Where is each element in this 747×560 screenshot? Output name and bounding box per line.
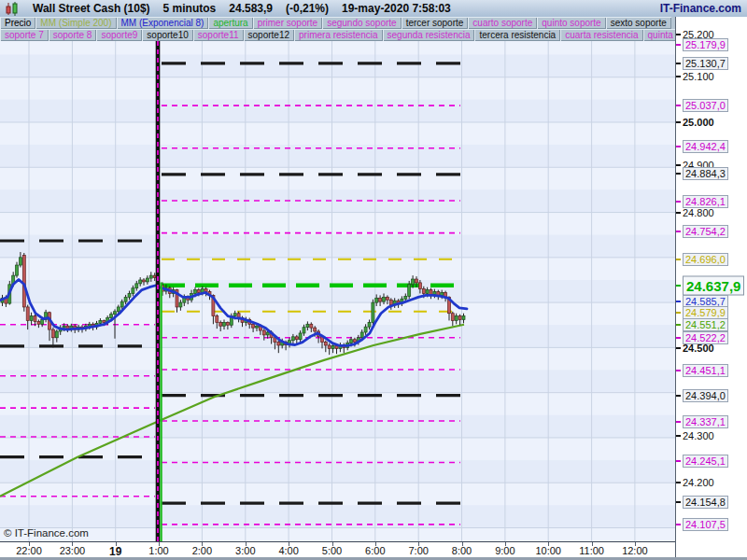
candle-body <box>310 324 313 328</box>
price-axis-tick <box>676 337 681 339</box>
price-axis-label: 24.500 <box>683 343 714 354</box>
time-axis-label: 9:00 <box>495 545 514 556</box>
price-axis-tick <box>676 285 681 287</box>
legend-level-item-4[interactable]: soporte11 <box>193 29 244 41</box>
legend-indicator-item-2[interactable]: MM (Exponencial 8) <box>117 17 209 29</box>
price-axis-label: 24.754,2 <box>683 225 728 238</box>
candle-body <box>132 288 134 294</box>
price-axis-tick <box>676 164 681 166</box>
price-axis-tick <box>676 34 681 35</box>
candle-body <box>51 329 54 338</box>
background-band <box>0 55 675 77</box>
datetime-label: 19-may-2020 7:58:03 <box>342 2 451 15</box>
legend-indicator-item-4[interactable]: primer soporte <box>253 17 322 29</box>
price-axis-tick <box>676 44 681 46</box>
candle-body <box>197 290 200 293</box>
legend-indicator-item-8[interactable]: quinto soporte <box>537 17 605 29</box>
price-axis-tick <box>676 421 681 423</box>
candle-body <box>22 255 25 307</box>
candle-body <box>135 284 138 288</box>
legend-level-item-9[interactable]: cuarta resistencia <box>560 29 642 41</box>
legend-level-item-10[interactable]: quinta resistencia <box>643 29 675 41</box>
legend-indicator-item-0[interactable]: Precio <box>0 17 35 29</box>
legend-level-item-6[interactable]: primera resistencia <box>294 29 382 41</box>
price-axis-tick <box>676 173 681 175</box>
time-axis-label: 3:00 <box>235 545 255 556</box>
candle-body <box>219 322 222 326</box>
price-axis-tick <box>676 482 681 483</box>
candle-body <box>30 316 33 321</box>
legend-level-item-7[interactable]: segunda resistencia <box>383 29 475 41</box>
candle-body <box>422 289 425 294</box>
background-band <box>0 100 675 122</box>
candle-body <box>408 285 411 297</box>
candle-body <box>328 345 331 348</box>
candle-body <box>19 258 21 265</box>
candlestick-icon <box>5 2 20 16</box>
price-axis-label: 25.130,7 <box>683 57 728 70</box>
price-axis-label: 24.696,0 <box>683 253 728 266</box>
legend-indicator-item-9[interactable]: sexto soporte <box>606 17 671 29</box>
candle-body <box>117 307 120 312</box>
price-axis-label: 24.154,8 <box>683 496 728 509</box>
background-band <box>0 460 675 483</box>
candle-body <box>368 322 371 327</box>
legend-level-item-5[interactable]: soporte12 <box>244 29 294 41</box>
price-axis-tick <box>676 76 681 77</box>
time-axis-label: 4:00 <box>278 545 298 556</box>
legend-level-item-0[interactable]: soporte 7 <box>0 29 49 41</box>
price-axis-label: 24.337,1 <box>683 415 728 428</box>
background-band <box>0 122 675 145</box>
candle-body <box>110 315 113 318</box>
candle-body <box>350 340 353 343</box>
candle-body <box>194 290 197 294</box>
watermark-text: © IT-Finance.com <box>4 527 89 539</box>
price-axis-tick <box>676 301 681 302</box>
price-axis-tick <box>676 524 681 525</box>
candle-body <box>262 330 265 335</box>
legend-indicator-item-6[interactable]: tercer soporte <box>402 17 469 29</box>
legend-indicator-item-3[interactable]: apertura <box>208 17 252 29</box>
timeframe-label: 5 minutos <box>163 2 217 15</box>
price-axis-label: 24.107,5 <box>683 518 728 531</box>
legend-row-2: soporte 7soporte 8soporte9soporte10sopor… <box>0 29 675 41</box>
time-axis-label: 10:00 <box>535 545 561 556</box>
chart-plot-area[interactable]: © IT-Finance.com <box>0 41 675 541</box>
background-band <box>0 258 675 280</box>
legend-indicator-item-7[interactable]: cuarto soporte <box>468 17 537 29</box>
legend-level-item-1[interactable]: soporte 8 <box>49 29 97 41</box>
brand-label: IT-Finance.com <box>660 2 741 15</box>
candle-body <box>204 289 207 292</box>
price-axis-label: 24.884,3 <box>683 167 728 180</box>
candle-body <box>441 292 444 295</box>
candle-body <box>266 332 269 335</box>
price-axis-label: 24.579,9 <box>683 306 728 319</box>
background-band <box>0 167 675 189</box>
time-axis-label: 23:00 <box>60 545 86 556</box>
price-axis-label: 24.551,2 <box>683 318 728 331</box>
price-axis-tick <box>676 460 681 462</box>
candle-body <box>99 320 102 323</box>
candle-body <box>291 337 294 341</box>
candle-body <box>34 316 36 322</box>
price-axis-tick <box>676 435 681 437</box>
chart-canvas[interactable]: © IT-Finance.com <box>0 41 675 541</box>
candle-body <box>430 290 432 295</box>
background-band <box>0 528 675 541</box>
price-axis-label: 24.451,1 <box>683 364 728 377</box>
price-axis: 25.20025.179,925.130,725.10025.037,025.0… <box>675 17 747 557</box>
legend-level-item-2[interactable]: soporte9 <box>96 29 142 41</box>
session-divider-line <box>156 41 161 541</box>
legend-level-item-3[interactable]: soporte10 <box>142 29 192 41</box>
instrument-name: Wall Street Cash (10$) <box>33 2 150 15</box>
legend-indicator-item-1[interactable]: MM (Simple 200) <box>35 17 116 29</box>
candle-body <box>139 280 142 284</box>
price-axis-tick <box>676 121 681 123</box>
legend-indicator-item-5[interactable]: segundo soporte <box>322 17 402 29</box>
candle-body <box>375 298 378 302</box>
price-axis-label: 25.179,9 <box>683 38 728 51</box>
price-axis-label: 24.300 <box>683 430 714 441</box>
candle-body <box>299 333 302 340</box>
candle-body <box>364 327 367 332</box>
legend-level-item-8[interactable]: tercera resistencia <box>474 29 560 41</box>
